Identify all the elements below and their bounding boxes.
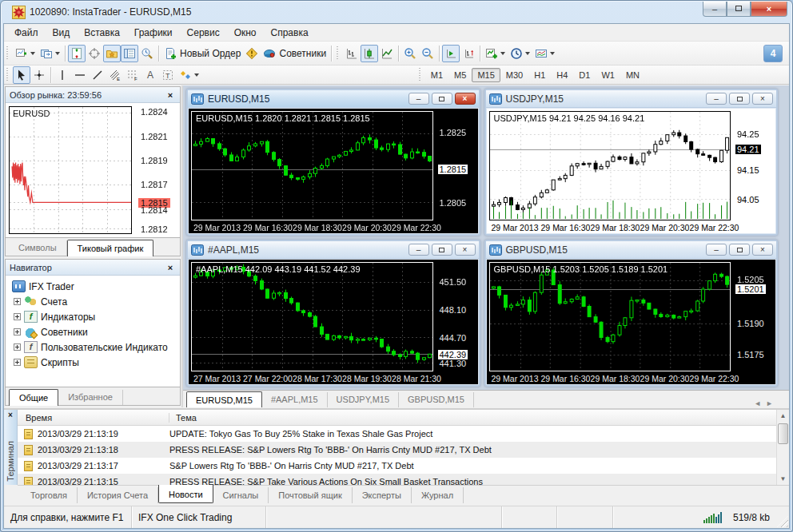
chart-window-titlebar[interactable]: USDJPY,M15 – × <box>486 90 777 108</box>
menu-item[interactable]: Вставка <box>77 25 127 41</box>
scroll-up-icon[interactable]: ▲ <box>778 410 788 422</box>
news-column-time[interactable]: Время <box>18 413 169 423</box>
chart-body[interactable]: USDJPY,M15 94.21 94.25 94.16 94.21 94.25… <box>487 109 776 233</box>
chart-shift-button[interactable] <box>460 45 477 62</box>
navigator-tab[interactable]: Избранное <box>58 390 123 405</box>
chart-restore-button[interactable] <box>432 244 452 256</box>
chart-minimize-button[interactable]: – <box>408 93 429 105</box>
window-maximize-button[interactable] <box>727 2 751 17</box>
news-row[interactable]: 2013/03/29 21:13:19 UPDATE: Tokyo Gas To… <box>18 426 776 442</box>
tree-expander-icon[interactable] <box>14 313 21 320</box>
chart-restore-button[interactable] <box>729 244 750 256</box>
chart-window-titlebar[interactable]: EURUSD,M15 – × <box>188 90 479 108</box>
notification-badge[interactable]: 4 <box>763 45 783 62</box>
terminal-close-icon[interactable]: × <box>4 411 17 419</box>
line-chart-button[interactable] <box>378 45 396 62</box>
chart-tab[interactable]: GBPUSD,M15 <box>399 392 474 407</box>
tree-expander-icon[interactable] <box>14 328 21 335</box>
chart-plot[interactable]: #AAPL,M15 442.09 443.19 441.52 442.39 <box>191 262 433 371</box>
tree-expander-icon[interactable] <box>14 298 21 305</box>
templates-button[interactable] <box>532 45 557 62</box>
market-watch-close-icon[interactable]: × <box>165 90 176 100</box>
chart-close-button[interactable]: × <box>752 93 773 105</box>
window-close-button[interactable]: × <box>751 2 787 17</box>
tree-item[interactable]: Пользовательские Индикато <box>7 339 178 355</box>
tree-item[interactable]: Советники <box>7 324 178 339</box>
timeframe-button[interactable]: M30 <box>500 68 528 82</box>
chart-plot[interactable]: USDJPY,M15 94.21 94.25 94.16 94.21 <box>489 111 731 220</box>
navigator-toggle-button[interactable] <box>121 45 138 62</box>
chart-tab[interactable]: USDJPY,M15 <box>328 392 399 407</box>
tree-item[interactable]: Скрипты <box>7 355 178 370</box>
shapes-tool-button[interactable] <box>177 66 201 84</box>
market-watch-tab[interactable]: Символы <box>9 240 67 256</box>
chart-close-button[interactable]: × <box>455 93 476 105</box>
timeframe-button[interactable]: M1 <box>425 68 448 82</box>
navigator-header[interactable]: Навигатор × <box>6 260 180 276</box>
data-window-button[interactable] <box>86 45 103 62</box>
alert-button[interactable] <box>243 45 261 62</box>
navigator-tab[interactable]: Общие <box>9 389 58 406</box>
chart-window[interactable]: GBPUSD,M15 – × GBPUSD,M15 <box>484 240 779 387</box>
menu-item[interactable]: Справка <box>264 25 316 41</box>
timeframe-button[interactable]: M5 <box>448 68 472 82</box>
timeframe-button[interactable]: M15 <box>472 68 500 82</box>
chart-minimize-button[interactable]: – <box>706 93 727 105</box>
tree-item[interactable]: Индикаторы <box>7 309 178 324</box>
channel-tool-button[interactable]: E <box>106 66 124 84</box>
chart-restore-button[interactable] <box>432 93 452 105</box>
zoom-in-button[interactable] <box>401 45 419 62</box>
horizontal-line-tool-button[interactable] <box>71 66 89 84</box>
tree-item[interactable]: IFX Trader <box>7 279 178 294</box>
timeframe-button[interactable]: W1 <box>596 68 620 82</box>
new-order-button[interactable]: Новый Ордер <box>161 45 243 62</box>
terminal-tab[interactable]: Почтовый ящик <box>269 487 352 503</box>
terminal-tab[interactable]: Торговля <box>21 487 78 503</box>
profiles-button[interactable] <box>38 45 62 62</box>
strategy-tester-button[interactable] <box>138 45 156 62</box>
zoom-out-button[interactable] <box>419 45 436 62</box>
market-watch-toggle-button[interactable] <box>68 45 86 62</box>
market-watch-header[interactable]: Обзор рынка: 23:59:56 × <box>6 87 180 103</box>
timeframe-button[interactable]: H4 <box>551 68 573 82</box>
news-row[interactable]: 2013/03/29 21:13:17 S&P Lowers Rtg To 'B… <box>18 458 776 474</box>
chart-restore-button[interactable] <box>729 93 750 105</box>
terminal-tab[interactable]: Журнал <box>412 487 464 503</box>
news-row[interactable]: 2013/03/29 21:13:15 PRESS RELEASE: S&P T… <box>18 474 776 485</box>
scroll-down-icon[interactable]: ▼ <box>778 473 788 485</box>
chart-tab[interactable]: #AAPL,M15 <box>262 392 328 407</box>
scrollbar-thumb[interactable] <box>778 423 788 444</box>
expert-advisors-button[interactable]: Советники <box>261 45 329 62</box>
chart-window-titlebar[interactable]: GBPUSD,M15 – × <box>486 241 777 259</box>
timeframe-button[interactable]: D1 <box>573 68 596 82</box>
bar-chart-button[interactable] <box>343 45 361 62</box>
navigator-close-icon[interactable]: × <box>165 263 176 272</box>
tab-scroll-right-icon[interactable]: ► <box>766 399 778 407</box>
menu-item[interactable]: Вид <box>46 25 78 41</box>
chart-minimize-button[interactable]: – <box>706 244 727 256</box>
timeframe-button[interactable]: H1 <box>528 68 551 82</box>
chart-tab[interactable]: EURUSD,M15 <box>186 391 262 407</box>
chart-plot[interactable]: EURUSD,M15 1.2820 1.2821 1.2815 1.2815 <box>191 111 433 220</box>
tree-expander-icon[interactable] <box>14 359 21 366</box>
status-trading-mode[interactable]: IFX One Click Trading <box>132 506 266 528</box>
chart-window[interactable]: USDJPY,M15 – × USDJPY,M15 <box>484 89 779 236</box>
chart-minimize-button[interactable]: – <box>408 244 429 256</box>
favorites-button[interactable] <box>103 45 121 62</box>
tree-expander-icon[interactable] <box>14 343 21 351</box>
periods-button[interactable] <box>508 45 532 62</box>
timeframe-button[interactable]: MN <box>620 68 645 82</box>
chart-window-titlebar[interactable]: #AAPL,M15 – × <box>188 241 479 259</box>
chart-body[interactable]: #AAPL,M15 442.09 443.19 441.52 442.39 45… <box>189 260 478 384</box>
text-tool-button[interactable]: A <box>141 66 159 84</box>
auto-scroll-button[interactable] <box>442 45 460 62</box>
trendline-tool-button[interactable] <box>89 66 106 84</box>
tab-scroll-left-icon[interactable]: ◄ <box>754 399 766 407</box>
terminal-tab[interactable]: История Счета <box>78 487 158 503</box>
chart-window[interactable]: #AAPL,M15 – × #AAPL,M15 44 <box>186 240 480 387</box>
chart-close-button[interactable]: × <box>752 244 773 256</box>
menu-item[interactable]: Сервис <box>180 25 227 41</box>
vertical-line-tool-button[interactable] <box>54 66 71 84</box>
indicators-button[interactable] <box>483 45 508 62</box>
title-bar[interactable]: 1020890: InstaTrader - EURUSD,M15 – × <box>1 1 792 23</box>
